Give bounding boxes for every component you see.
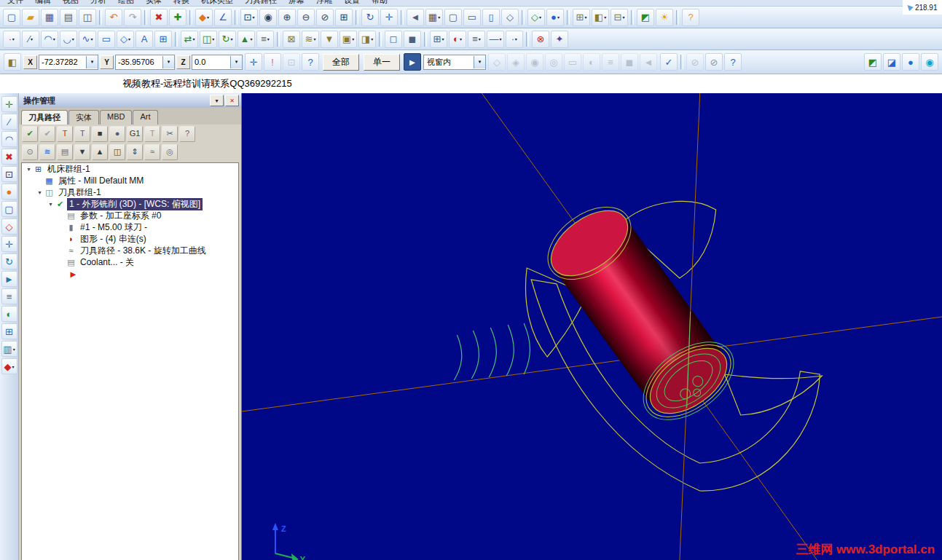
select-by-color-button[interactable]: ◐ bbox=[583, 53, 600, 71]
x-combo-dropdown-icon[interactable]: ▾ bbox=[86, 56, 98, 68]
open-file-button[interactable]: ▰ bbox=[22, 9, 39, 26]
tree-item[interactable]: ▾⊞机床群组-1 bbox=[22, 163, 238, 175]
move-insert-up-button[interactable]: ▲ bbox=[92, 144, 108, 160]
tree-item[interactable]: ▤参数 - 加工座标系 #0 bbox=[22, 210, 238, 221]
side-view-button[interactable]: ▯ bbox=[482, 9, 500, 26]
tree-item-label[interactable]: 刀具群组-1 bbox=[56, 186, 103, 199]
render-button[interactable]: ◩ bbox=[637, 9, 654, 26]
xform-scale-dropdown-icon[interactable]: ▾ bbox=[250, 36, 252, 42]
wireframe-display-button[interactable]: ◇▾ bbox=[527, 9, 545, 26]
mru-levels-button[interactable]: ≡ bbox=[1, 288, 17, 304]
undo-button[interactable]: ↶ bbox=[105, 9, 122, 26]
shaded-display-button[interactable]: ●▾ bbox=[546, 9, 564, 26]
x-coordinate-input[interactable] bbox=[39, 58, 86, 66]
create-bounding-box-button[interactable]: ⊞ bbox=[154, 31, 172, 48]
glossy-sphere-button[interactable]: ◉ bbox=[921, 53, 938, 71]
tree-item-label[interactable]: 图形 - (4) 串连(s) bbox=[78, 233, 149, 245]
mru-analyze-button[interactable]: ✛ bbox=[1, 96, 17, 112]
wireframe-display-dropdown-icon[interactable]: ▾ bbox=[539, 15, 541, 20]
mru-iso-view-button[interactable]: ◇ bbox=[1, 218, 17, 234]
panel-title-bar[interactable]: 操作管理 ▾ ✕ bbox=[19, 93, 241, 108]
tree-item[interactable]: ▾✔1 - 外形铣削 (3D) - [WCS: 俯视图] bbox=[22, 198, 238, 210]
machine-definition-button[interactable]: ⊠ bbox=[283, 31, 300, 48]
select-intersect-button[interactable]: ◉ bbox=[526, 53, 543, 71]
toolpath-pocket-dropdown-icon[interactable]: ▾ bbox=[352, 36, 354, 42]
tree-item-label[interactable]: 1 - 外形铣削 (3D) - [WCS: 俯视图] bbox=[67, 198, 203, 210]
tab-art[interactable]: Art bbox=[133, 110, 157, 125]
viewport-canvas[interactable]: Z Y 三维网 www.3dportal.cn bbox=[242, 93, 942, 560]
viewport-background[interactable] bbox=[242, 93, 942, 560]
xform-scale-button[interactable]: ▲▾ bbox=[238, 31, 255, 48]
menu-item-7[interactable]: 机床类型 bbox=[201, 0, 233, 6]
wcs-select-button[interactable]: ⊟▾ bbox=[611, 9, 628, 26]
tree-expander-icon[interactable]: ▾ bbox=[47, 201, 55, 208]
general-selection-button[interactable]: ► bbox=[404, 53, 421, 71]
y-coordinate-input[interactable] bbox=[116, 58, 162, 66]
mru-attributes-button[interactable]: ◐ bbox=[1, 306, 17, 322]
select-last-button[interactable]: ◄ bbox=[640, 53, 657, 71]
create-point-button[interactable]: ∙▾ bbox=[3, 31, 20, 48]
attribute-level-button[interactable]: ≡▾ bbox=[468, 31, 485, 48]
mru-delete-button[interactable]: ✖ bbox=[1, 149, 17, 165]
front-view-button[interactable]: ▭ bbox=[463, 9, 481, 26]
xform-offset-dropdown-icon[interactable]: ▾ bbox=[267, 36, 270, 42]
select-out-button[interactable]: ▭ bbox=[564, 53, 581, 71]
xform-mirror-dropdown-icon[interactable]: ▾ bbox=[212, 36, 214, 42]
help-button[interactable]: ? bbox=[682, 9, 699, 26]
create-rectangle-button[interactable]: ▭ bbox=[98, 31, 115, 48]
gview-select-button[interactable]: ⊞▾ bbox=[573, 9, 590, 26]
tree-expander-icon[interactable]: ▾ bbox=[36, 189, 44, 196]
fast-point-button[interactable]: ✛ bbox=[245, 53, 262, 71]
menu-item-2[interactable]: 视图 bbox=[63, 0, 79, 6]
dynamic-rotate-button[interactable]: ↻ bbox=[361, 9, 379, 26]
new-file-button[interactable]: ▢ bbox=[3, 9, 20, 26]
toolpath-drill-button[interactable]: ▼ bbox=[321, 31, 338, 48]
create-arc-dropdown-icon[interactable]: ▾ bbox=[53, 36, 55, 42]
planes-cube-button[interactable]: ◪ bbox=[883, 53, 900, 71]
wcs-select-dropdown-icon[interactable]: ▾ bbox=[622, 15, 624, 20]
attribute-linestyle-dropdown-icon[interactable]: ▾ bbox=[499, 36, 501, 42]
tree-item[interactable]: ≈刀具路径 - 38.6K - 旋转加工曲线 bbox=[22, 245, 238, 256]
attribute-linestyle-button[interactable]: —▾ bbox=[487, 31, 504, 48]
save-file-button[interactable]: ▦ bbox=[41, 9, 58, 26]
tree-item-label[interactable]: Coolant... - 关 bbox=[78, 256, 136, 269]
select-out-intersect-button[interactable]: ◎ bbox=[545, 53, 562, 71]
tree-item[interactable]: ▮#1 - M5.00 球刀 - bbox=[22, 221, 238, 233]
attribute-color-button[interactable]: ◐▾ bbox=[449, 31, 466, 48]
y-field-label[interactable]: Y bbox=[100, 55, 114, 69]
mru-shading-button[interactable]: ● bbox=[1, 184, 17, 200]
y-combo-dropdown-icon[interactable]: ▾ bbox=[162, 56, 174, 68]
panel-close-button[interactable]: ✕ bbox=[225, 95, 239, 106]
cursor-tracking-button[interactable]: ⊡ bbox=[283, 53, 300, 71]
z-field-label[interactable]: Z bbox=[176, 55, 190, 69]
insert-arrow-row[interactable]: ► bbox=[22, 268, 238, 280]
previous-view-button[interactable]: ◄ bbox=[407, 9, 424, 26]
mru-zoom-fit-button[interactable]: ⊡ bbox=[1, 166, 17, 182]
help-selection-button[interactable]: ? bbox=[724, 53, 742, 71]
unblank-entity-button[interactable]: ◼ bbox=[404, 31, 421, 48]
menu-item-6[interactable]: 转换 bbox=[173, 0, 189, 6]
delete-duplicates-button[interactable]: ⊗ bbox=[532, 31, 549, 48]
toolpath-face-button[interactable]: ◨▾ bbox=[358, 31, 376, 48]
menu-item-9[interactable]: 屏幕 bbox=[289, 0, 305, 6]
post-selected-button[interactable]: G1 bbox=[127, 126, 143, 142]
insert-arrow-icon[interactable]: ► bbox=[68, 269, 78, 279]
mru-more-tools-dropdown-icon[interactable]: ▾ bbox=[12, 364, 14, 369]
mru-pan-button[interactable]: ✛ bbox=[1, 236, 17, 252]
mru-create-line-button[interactable]: ∕ bbox=[1, 114, 17, 130]
create-arc-button[interactable]: ◠▾ bbox=[41, 31, 58, 48]
help-coordinates-button[interactable]: ? bbox=[302, 53, 319, 71]
gview-select-dropdown-icon[interactable]: ▾ bbox=[584, 15, 586, 20]
create-spline-button[interactable]: ∿▾ bbox=[79, 31, 96, 48]
tree-item-label[interactable]: 属性 - Mill Default MM bbox=[56, 175, 146, 187]
tree-item-label[interactable]: #1 - M5.00 球刀 - bbox=[78, 221, 149, 234]
autocursor-button[interactable]: ◧ bbox=[4, 53, 21, 71]
select-in-intersect-button[interactable]: ◈ bbox=[507, 53, 525, 71]
delete-operations-button[interactable]: ✂ bbox=[162, 126, 178, 142]
verify-button[interactable]: ● bbox=[109, 126, 125, 142]
attribute-color-dropdown-icon[interactable]: ▾ bbox=[460, 36, 462, 42]
x-field-label[interactable]: X bbox=[23, 55, 37, 69]
create-letters-button[interactable]: A bbox=[136, 31, 153, 48]
create-spline-dropdown-icon[interactable]: ▾ bbox=[90, 36, 93, 42]
create-fillet-button[interactable]: ◡▾ bbox=[60, 31, 77, 48]
